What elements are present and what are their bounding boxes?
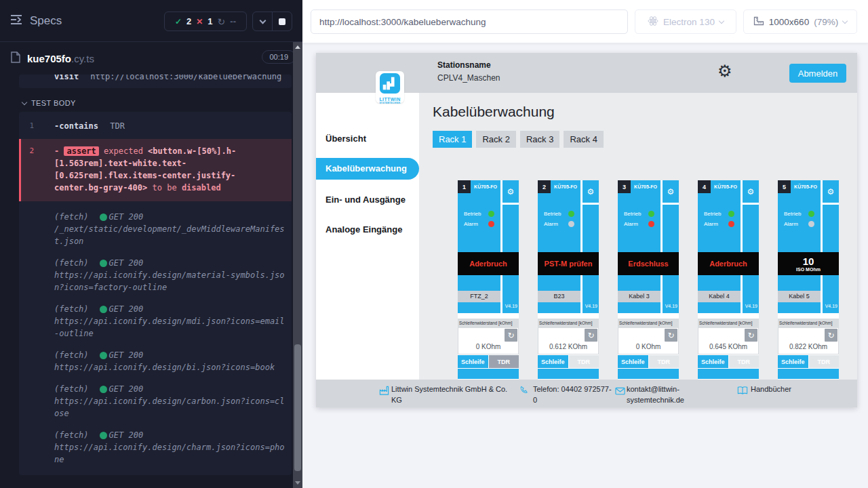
cable-name: FTZ_2 [458, 291, 500, 302]
card-number: 1 [458, 180, 471, 193]
app-sidebar: Übersicht Kabelüberwachung Ein- und Ausg… [316, 93, 419, 380]
command-visit-row[interactable]: 1 visit http://localhost:3000/kabelueber… [19, 75, 292, 88]
status-ok-dot [100, 386, 107, 393]
viewport-selector[interactable]: 1000x660 (79%) [743, 9, 857, 34]
sidebar-item-analoge-eingaenge[interactable]: Analoge Eingänge [326, 224, 402, 235]
alarm-led [488, 221, 494, 227]
schleife-button[interactable]: Schleife [618, 355, 648, 368]
sidebar-item-kabelueberwachung[interactable]: Kabelüberwachung [316, 158, 419, 180]
viewport-size: 1000x660 [769, 17, 809, 27]
logo-text: LITTWIN [376, 97, 404, 102]
card-settings-icon[interactable]: ⚙ [587, 187, 595, 197]
firmware-version: V4.19 [745, 304, 757, 308]
spec-file-row[interactable]: kue705fo.cy.ts 00:19 [0, 42, 302, 75]
stop-icon [279, 18, 285, 25]
scroll-down-arrow[interactable] [295, 481, 300, 485]
status-display: Aderbruch [458, 252, 519, 275]
card-settings-icon[interactable]: ⚙ [827, 187, 835, 197]
footer-manuals-link[interactable]: Handbücher [751, 384, 832, 394]
refresh-button[interactable]: ↻ [665, 329, 677, 342]
browser-selector[interactable]: Electron 130 [635, 9, 736, 34]
card-settings-icon[interactable]: ⚙ [507, 187, 515, 197]
request-url: https://api.iconify.design/mdi.json?icon… [54, 315, 286, 340]
alarm-led [568, 221, 574, 227]
status-display: Erdschluss [618, 252, 679, 275]
scrollbar-thumb[interactable] [294, 344, 301, 471]
firmware-version: V4.19 [825, 304, 837, 308]
collapse-button[interactable] [253, 12, 272, 30]
command-line-number: 2 [19, 145, 34, 157]
network-log-entry[interactable]: (fetch)GET 200 /_next/static/development… [19, 211, 292, 247]
footer-email[interactable]: kontakt@littwin-systemtechnik.de [627, 384, 691, 405]
status-ok-dot [100, 432, 107, 439]
specs-title[interactable]: Specs [30, 14, 62, 28]
ku-card-4: 4 KÜ705-FO Betrieb Alarm Kabel 4 ⚙ V4.19… [698, 180, 759, 380]
failed-assert-row[interactable]: 2 - assert expected <button.w-[50%].h-[1… [19, 139, 292, 201]
resistance-label: Schleifenwiderstand [kOhm] [698, 319, 759, 328]
sidebar-item-ein-und-ausgaenge[interactable]: Ein- und Ausgänge [326, 195, 406, 205]
test-body-section-header[interactable]: TEST BODY [0, 94, 302, 112]
footer-phone: Telefon: 04402 972577-0 [533, 384, 613, 405]
card-settings-icon[interactable]: ⚙ [667, 187, 675, 197]
specs-menu-icon[interactable] [9, 14, 23, 28]
tdr-button[interactable]: TDR [489, 355, 519, 368]
ku-card-3: 3 KÜ705-FO Betrieb Alarm Kabel 3 ⚙ V4.19… [618, 180, 679, 380]
failed-count: 1 [208, 16, 212, 26]
refresh-button[interactable]: ↻ [745, 329, 757, 342]
status-display: 10 ISO MOhm [778, 252, 839, 275]
browser-name: Electron 130 [663, 17, 715, 27]
request-url: https://api.iconify.design/carbon.json?i… [54, 395, 286, 420]
refresh-button[interactable]: ↻ [585, 329, 597, 342]
logout-button[interactable]: Abmelden [789, 64, 846, 83]
schleife-button[interactable]: Schleife [778, 355, 808, 368]
sidebar-item-uebersicht[interactable]: Übersicht [326, 134, 366, 144]
rack-cards: 1 KÜ705-FO Betrieb Alarm FTZ_2 ⚙ V4.19 A… [458, 180, 839, 380]
card-bottom-strip [538, 369, 599, 379]
refresh-button[interactable]: ↻ [825, 329, 837, 342]
tdr-button[interactable]: TDR [729, 355, 760, 368]
test-stats: ✓ 2 ✕ 1 ↻ -- [164, 12, 247, 31]
tdr-button[interactable]: TDR [569, 355, 599, 368]
schleife-button[interactable]: Schleife [458, 355, 488, 368]
tab-rack-3[interactable]: Rack 3 [520, 131, 559, 148]
app-content: Kabelüberwachung Rack 1 Rack 2 Rack 3 Ra… [419, 93, 857, 380]
card-bottom-strip [698, 369, 759, 379]
network-log-entry[interactable]: (fetch)GET 200 https://api.iconify.desig… [19, 349, 292, 373]
card-number: 5 [778, 180, 791, 193]
betrieb-label: Betrieb [624, 211, 645, 217]
pending-test-row[interactable]: should open and close the settings modal [0, 483, 302, 488]
tab-rack-2[interactable]: Rack 2 [476, 131, 515, 148]
screen: Specs ✓ 2 ✕ 1 ↻ -- kue705fo.cy.ts 00:19 [0, 0, 868, 488]
network-log-entry[interactable]: (fetch)GET 200 https://api.iconify.desig… [19, 303, 292, 340]
network-log-entry[interactable]: (fetch)GET 200 https://api.iconify.desig… [19, 257, 292, 293]
resistance-label: Schleifenwiderstand [kOhm] [538, 319, 599, 328]
tab-rack-4[interactable]: Rack 4 [564, 131, 603, 148]
stop-button[interactable] [272, 12, 292, 30]
status-ok-dot [100, 260, 107, 267]
url-input[interactable] [311, 9, 628, 34]
network-log-entry[interactable]: (fetch)GET 200 https://api.iconify.desig… [19, 383, 292, 420]
tdr-button[interactable]: TDR [649, 355, 679, 368]
duration-badge: 00:19 [262, 50, 296, 64]
scroll-up-arrow[interactable] [295, 45, 300, 49]
tab-rack-1[interactable]: Rack 1 [433, 131, 472, 148]
command-line-number: 1 [19, 75, 34, 77]
network-log-entry[interactable]: (fetch)GET 200 https://api.iconify.desig… [19, 429, 292, 466]
reporter-scrollbar[interactable] [293, 42, 302, 488]
resistance-label: Schleifenwiderstand [kOhm] [778, 319, 839, 328]
status-ok-dot [100, 214, 107, 221]
schleife-button[interactable]: Schleife [698, 355, 728, 368]
schleife-button[interactable]: Schleife [538, 355, 568, 368]
command-arg: http://localhost:3000/kabelueberwachung [90, 75, 281, 81]
refresh-button[interactable]: ↻ [505, 329, 517, 342]
command-contains-row[interactable]: 1 -contains TDR [19, 115, 292, 138]
card-settings-icon[interactable]: ⚙ [747, 187, 755, 197]
tdr-button[interactable]: TDR [809, 355, 840, 368]
status-ok-dot [100, 352, 107, 359]
ku-card-2: 2 KÜ705-FO Betrieb Alarm B23 ⚙ V4.19 PST… [538, 180, 599, 380]
resistance-box: ↻ 0.645 KOhm [698, 328, 759, 354]
page-title: Kabelüberwachung [433, 104, 555, 120]
alarm-label: Alarm [784, 221, 805, 227]
settings-gear-icon[interactable]: ⚙ [717, 62, 732, 81]
cable-name: Kabel 4 [698, 291, 741, 302]
